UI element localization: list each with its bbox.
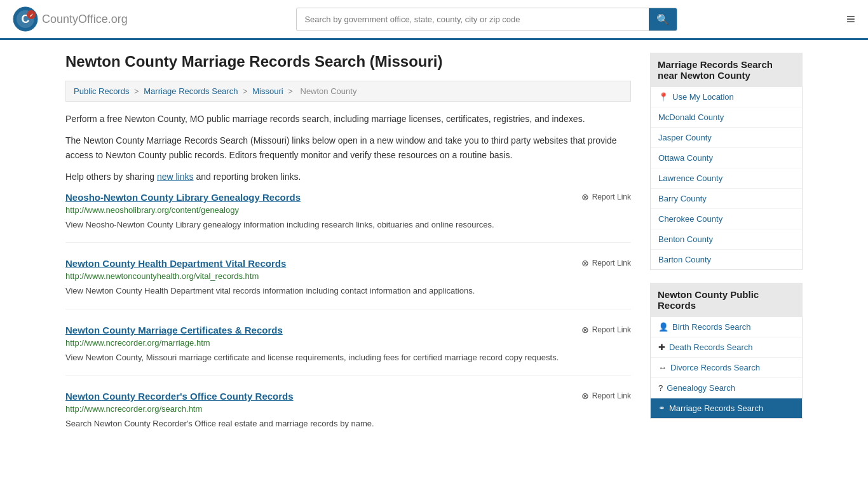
sidebar-birth-records[interactable]: 👤 Birth Records Search (651, 317, 802, 337)
divorce-icon: ↔ (658, 363, 667, 372)
record-desc-1: View Newton County Health Department vit… (65, 285, 631, 297)
sidebar-item-mcdonald[interactable]: McDonald County (651, 107, 802, 128)
record-desc-2: View Newton County, Missouri marriage ce… (65, 351, 631, 364)
page-header: C ✓ CountyOffice.org 🔍 ≡ (0, 0, 868, 40)
use-my-location-link[interactable]: Use My Location (672, 92, 734, 102)
breadcrumb-missouri[interactable]: Missouri (252, 86, 283, 96)
record-title-1[interactable]: Newton County Health Department Vital Re… (65, 258, 286, 269)
report-link-2[interactable]: ⊗ Report Link (581, 325, 631, 335)
report-icon-0: ⊗ (581, 192, 589, 202)
sidebar-nearby-section: Marriage Records Search near Newton Coun… (650, 53, 803, 270)
report-link-3[interactable]: ⊗ Report Link (581, 391, 631, 401)
sidebar-item-barry[interactable]: Barry County (651, 189, 802, 209)
breadcrumb: Public Records > Marriage Records Search… (65, 81, 631, 102)
sidebar-item-barton[interactable]: Barton County (651, 250, 802, 269)
record-header-0: Neosho-Newton County Library Genealogy R… (65, 192, 631, 203)
record-title-2[interactable]: Newton County Marriage Certificates & Re… (65, 325, 283, 336)
page-title: Newton County Marriage Records Search (M… (65, 53, 631, 71)
description-1: Perform a free Newton County, MO public … (65, 112, 631, 126)
records-list: Neosho-Newton County Library Genealogy R… (65, 192, 631, 442)
marriage-icon: ⚭ (658, 403, 665, 413)
report-label-0: Report Link (592, 193, 631, 201)
record-desc-0: View Neosho-Newton County Library geneal… (65, 219, 631, 231)
sidebar-item-benton[interactable]: Benton County (651, 229, 802, 250)
logo-icon: C ✓ (13, 6, 38, 32)
record-item-3: Newton County Recorder's Office County R… (65, 391, 631, 442)
sidebar-item-cherokee[interactable]: Cherokee County (651, 209, 802, 229)
sidebar-item-lawrence[interactable]: Lawrence County (651, 168, 802, 189)
breadcrumb-newton-county: Newton County (301, 86, 357, 96)
record-title-3[interactable]: Newton County Recorder's Office County R… (65, 391, 294, 402)
record-item-2: Newton County Marriage Certificates & Re… (65, 325, 631, 376)
sidebar-nearby-header: Marriage Records Search near Newton Coun… (650, 53, 803, 87)
record-title-0[interactable]: Neosho-Newton County Library Genealogy R… (65, 192, 301, 203)
genealogy-icon: ? (658, 383, 663, 393)
sidebar-death-records[interactable]: ✚ Death Records Search (651, 337, 802, 358)
birth-icon: 👤 (658, 322, 668, 332)
report-icon-1: ⊗ (581, 258, 589, 268)
logo[interactable]: C ✓ CountyOffice.org (13, 6, 128, 32)
sidebar: Marriage Records Search near Newton Coun… (650, 53, 803, 457)
breadcrumb-sep2: > (243, 86, 250, 96)
record-item-0: Neosho-Newton County Library Genealogy R… (65, 192, 631, 243)
main-content: Newton County Marriage Records Search (M… (65, 53, 631, 457)
breadcrumb-sep3: > (288, 86, 295, 96)
record-header-2: Newton County Marriage Certificates & Re… (65, 325, 631, 336)
sidebar-marriage-records-active[interactable]: ⚭ Marriage Records Search (651, 398, 802, 418)
location-pin-icon: 📍 (658, 92, 668, 102)
logo-text: CountyOffice.org (42, 13, 128, 26)
description-2: The Newton County Marriage Records Searc… (65, 133, 631, 162)
report-icon-3: ⊗ (581, 391, 589, 401)
report-icon-2: ⊗ (581, 325, 589, 335)
record-desc-3: Search Newton County Recorder's Office r… (65, 417, 631, 430)
sidebar-records-section: Newton County Public Records 👤 Birth Rec… (650, 283, 803, 419)
sidebar-item-jasper[interactable]: Jasper County (651, 128, 802, 148)
breadcrumb-sep1: > (134, 86, 141, 96)
menu-button[interactable]: ≡ (846, 10, 855, 28)
search-button[interactable]: 🔍 (649, 8, 677, 30)
sidebar-records-list: 👤 Birth Records Search ✚ Death Records S… (650, 317, 803, 419)
sidebar-item-ottawa[interactable]: Ottawa County (651, 148, 802, 168)
record-header-3: Newton County Recorder's Office County R… (65, 391, 631, 402)
description-3: Help others by sharing new links and rep… (65, 170, 631, 184)
breadcrumb-marriage-records[interactable]: Marriage Records Search (144, 86, 238, 96)
record-url-2[interactable]: http://www.ncrecorder.org/marriage.htm (65, 338, 631, 348)
sidebar-nearby-list: 📍 Use My Location McDonald County Jasper… (650, 87, 803, 270)
report-label-2: Report Link (592, 325, 631, 334)
report-label-3: Report Link (592, 391, 631, 400)
record-url-0[interactable]: http://www.neosholibrary.org/content/gen… (65, 205, 631, 215)
sidebar-use-location[interactable]: 📍 Use My Location (651, 87, 802, 107)
report-label-1: Report Link (592, 259, 631, 268)
death-icon: ✚ (658, 342, 665, 352)
record-url-3[interactable]: http://www.ncrecorder.org/search.htm (65, 404, 631, 414)
report-link-0[interactable]: ⊗ Report Link (581, 192, 631, 202)
breadcrumb-public-records[interactable]: Public Records (74, 86, 129, 96)
sidebar-genealogy-search[interactable]: ? Genealogy Search (651, 378, 802, 398)
svg-text:✓: ✓ (29, 13, 34, 18)
report-link-1[interactable]: ⊗ Report Link (581, 258, 631, 268)
record-item-1: Newton County Health Department Vital Re… (65, 258, 631, 309)
sidebar-records-header: Newton County Public Records (650, 283, 803, 317)
record-header-1: Newton County Health Department Vital Re… (65, 258, 631, 269)
search-input[interactable] (297, 10, 649, 29)
search-bar[interactable]: 🔍 (296, 8, 677, 31)
new-links-link[interactable]: new links (157, 172, 194, 182)
record-url-1[interactable]: http://www.newtoncountyhealth.org/vital_… (65, 271, 631, 281)
sidebar-divorce-records[interactable]: ↔ Divorce Records Search (651, 358, 802, 378)
main-container: Newton County Marriage Records Search (M… (53, 40, 815, 470)
